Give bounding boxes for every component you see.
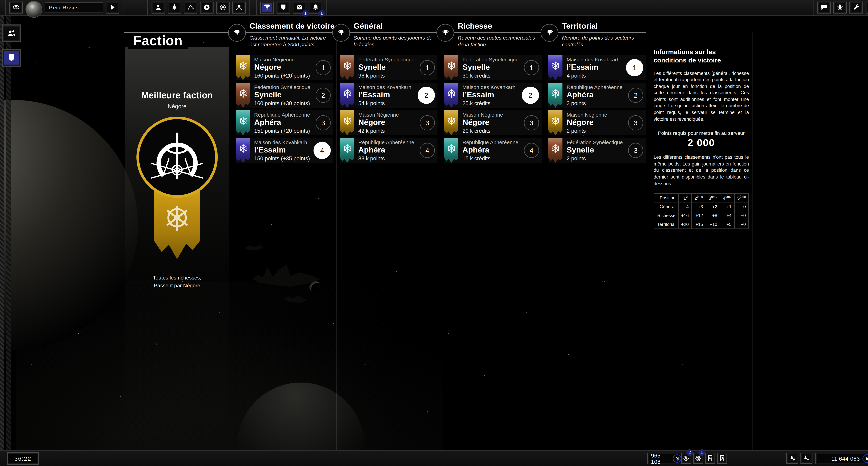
faction-banner xyxy=(340,110,354,135)
trophy-icon xyxy=(436,24,454,42)
rank-badge: 1 xyxy=(316,60,331,75)
column-divider xyxy=(441,32,441,451)
info-paragraph-2: Les différents classements n'ont pas tou… xyxy=(654,154,749,187)
faction-row[interactable]: République AphéréenneAphéra15 k crédits … xyxy=(444,138,541,163)
player-avatar[interactable] xyxy=(26,1,42,18)
rank-badge: 4 xyxy=(420,143,435,158)
rank-badge: 3 xyxy=(628,115,643,130)
faction-banner xyxy=(236,110,250,135)
column-divider xyxy=(336,32,337,451)
game-screen: 1 1 Meilleure faction Négore Toutes les … xyxy=(0,0,868,466)
top-bar: 1 1 xyxy=(0,0,868,16)
faction-row[interactable]: Maison des Kovahkarhl’Essaim150 points (… xyxy=(236,138,333,163)
points-required-label: Points requis pour mettre fin au serveur xyxy=(654,130,749,136)
gauge-button[interactable] xyxy=(200,1,214,13)
faction-row[interactable]: Fédération SynélectiqueSynelle160 points… xyxy=(236,83,333,108)
resource-left: 965 108 xyxy=(647,453,685,464)
trophy-icon xyxy=(332,24,350,42)
best-faction-motto: Toutes les richesses, Passent par Négore xyxy=(125,274,229,289)
column-header-victory: Classement de victoire Classement cumula… xyxy=(237,21,334,48)
faction-banner xyxy=(549,110,562,135)
power-button[interactable] xyxy=(866,1,868,13)
column-header-territorial: Territorial Nombre de points des secteur… xyxy=(550,21,647,48)
bell-button[interactable]: 1 xyxy=(309,1,322,13)
faction-row[interactable]: Maison NégienneNégore42 k points 3 xyxy=(340,110,437,135)
faction-row[interactable]: Fédération SynélectiqueSynelle2 points 3 xyxy=(549,138,646,163)
info-title: Informations sur les conditions de victo… xyxy=(654,48,749,65)
best-faction-panel: Meilleure faction Négore Toutes les rich… xyxy=(125,47,229,451)
panel-divider xyxy=(752,32,753,451)
trophy-button[interactable] xyxy=(260,1,274,13)
nav-group-system xyxy=(813,0,868,15)
daily-gains-table: Position 1er 2ème 3ème 4ème 5ème Général… xyxy=(654,193,749,229)
player-group xyxy=(5,0,123,15)
tech-wheel-button[interactable] xyxy=(216,1,230,13)
column-territorial: Maison des Kovahkarhl’Essaim4 points 1 R… xyxy=(549,55,646,166)
cube-icon xyxy=(673,454,681,463)
bottom-bar: 36:22 965 108 2 1 11 644 083 xyxy=(0,450,868,466)
sidebar-strut xyxy=(6,15,11,451)
factory-button[interactable] xyxy=(717,453,727,464)
faction-banner xyxy=(236,138,250,163)
column-general: Fédération SynélectiqueSynelle96 k point… xyxy=(340,55,437,166)
left-frame xyxy=(0,0,4,466)
resource-right: 11 644 083 xyxy=(815,453,868,464)
faction-row[interactable]: République AphéréenneAphéra151 points (+… xyxy=(236,110,333,135)
shield-button[interactable] xyxy=(277,1,290,13)
sidebar-item-faction[interactable] xyxy=(2,49,21,67)
page-title: Faction xyxy=(128,33,188,49)
faction-row[interactable]: Fédération SynélectiqueSynelle96 k point… xyxy=(340,55,437,80)
faction-banner xyxy=(340,83,354,108)
faction-row[interactable]: République AphéréenneAphéra3 points 2 xyxy=(549,83,646,108)
player-name-field[interactable] xyxy=(45,2,103,13)
sidebar-item-members[interactable] xyxy=(2,25,21,42)
resource-right-value: 11 644 083 xyxy=(831,456,860,462)
rank-badge: 3 xyxy=(420,115,435,130)
bug-report-button[interactable] xyxy=(833,1,847,13)
fleet-shield-button[interactable] xyxy=(786,453,798,464)
gear-queue-badge: 2 xyxy=(686,449,693,456)
rank-badge: 3 xyxy=(524,115,539,130)
nav-group-main xyxy=(147,0,250,15)
faction-row[interactable]: Maison NégienneNégore20 k crédits 3 xyxy=(444,110,541,135)
faction-row[interactable]: République AphéréenneAphéra38 k points 4 xyxy=(340,138,437,163)
rank-badge: 1 xyxy=(626,59,643,76)
mail-button[interactable]: 1 xyxy=(293,1,306,13)
faction-banner xyxy=(549,55,562,80)
faction-banner xyxy=(236,55,250,80)
diplomacy-button[interactable] xyxy=(232,1,246,13)
faction-row[interactable]: Maison NégienneNégore2 points 3 xyxy=(549,110,646,135)
rocket-button[interactable] xyxy=(168,1,181,13)
faction-row[interactable]: Maison des Kovahkarhl’Essaim54 k points … xyxy=(340,83,437,108)
column-richesse: Fédération SynélectiqueSynelle30 k crédi… xyxy=(444,55,541,166)
wrench-button[interactable] xyxy=(849,1,863,13)
faction-row[interactable]: Maison des Kovahkarhl’Essaim4 points 1 xyxy=(549,55,646,80)
points-required-value: 2 000 xyxy=(654,138,749,149)
person-button[interactable] xyxy=(152,1,165,13)
research-button[interactable]: 1 xyxy=(693,453,703,464)
chat-button[interactable] xyxy=(817,1,831,13)
mail-badge: 1 xyxy=(302,10,309,16)
fleet-attack-button[interactable] xyxy=(801,453,812,464)
research-badge: 1 xyxy=(699,449,705,456)
column-header-general: Général Somme des points des joueurs de … xyxy=(341,21,438,48)
faction-row[interactable]: Maison NégienneNégore160 points (+20 poi… xyxy=(236,55,333,80)
faction-banner xyxy=(549,83,562,108)
faction-row[interactable]: Fédération SynélectiqueSynelle30 k crédi… xyxy=(444,55,541,80)
play-button[interactable] xyxy=(106,1,119,13)
faction-row[interactable]: Maison des Kovahkarhl’Essaim25 k crédits… xyxy=(444,83,541,108)
starmap-button[interactable] xyxy=(184,1,197,13)
rank-badge: 2 xyxy=(628,88,643,103)
rank-badge: 2 xyxy=(316,88,331,103)
rank-badge: 4 xyxy=(524,143,539,158)
column-header-richesse: Richesse Revenu des routes commerciales … xyxy=(445,21,543,48)
eye-button[interactable] xyxy=(9,1,23,13)
assembly-button[interactable] xyxy=(705,453,715,464)
column-divider xyxy=(545,32,545,451)
alert-badge: 1 xyxy=(318,10,325,16)
rank-badge: 4 xyxy=(313,142,331,159)
victory-info-panel: Informations sur les conditions de victo… xyxy=(654,48,749,229)
best-faction-emblem xyxy=(136,116,218,198)
rank-badge: 2 xyxy=(522,87,539,104)
gear-queue-button[interactable]: 2 xyxy=(681,453,691,464)
